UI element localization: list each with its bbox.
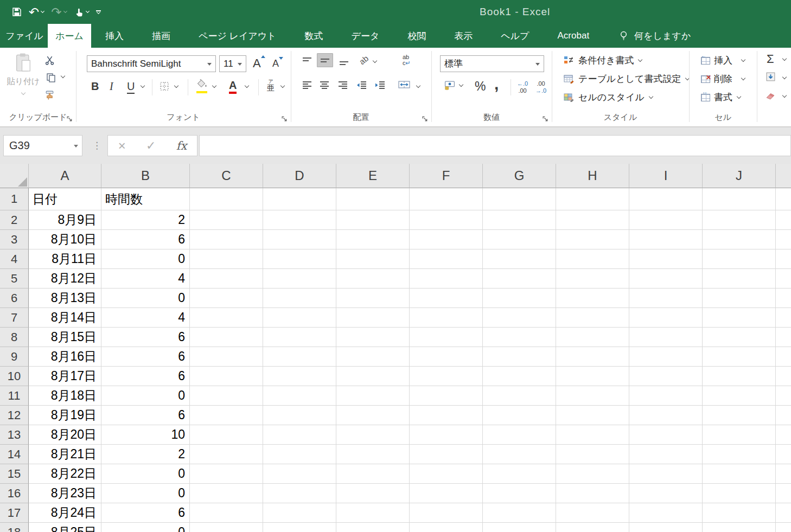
cell-empty[interactable] [703, 523, 776, 532]
cell-date[interactable]: 8月24日 [29, 503, 101, 523]
cell-empty[interactable] [410, 210, 483, 230]
cell-hours[interactable]: 2 [101, 210, 190, 230]
cell-date[interactable]: 8月10日 [29, 230, 101, 249]
cell-empty[interactable] [703, 289, 776, 308]
cell-empty[interactable] [263, 523, 336, 532]
cell-empty[interactable] [703, 308, 776, 328]
cell-empty[interactable] [776, 308, 791, 328]
tab-page-layout[interactable]: ページ レイアウト [184, 24, 291, 48]
cell-styles-button[interactable]: セルのスタイル [564, 91, 653, 104]
cell-empty[interactable] [776, 484, 791, 503]
tab-review[interactable]: 校閲 [393, 24, 440, 48]
cell-empty[interactable] [703, 347, 776, 367]
cell-date[interactable]: 8月20日 [29, 425, 101, 445]
cell-empty[interactable] [629, 484, 703, 503]
cell-empty[interactable] [629, 230, 703, 249]
fill-dropdown-icon[interactable] [782, 75, 787, 79]
cell-empty[interactable] [190, 188, 263, 210]
tab-file[interactable]: ファイル [3, 24, 46, 48]
cell-empty[interactable] [410, 289, 483, 308]
cell-empty[interactable] [556, 367, 629, 386]
cell-empty[interactable] [190, 367, 263, 386]
number-dialog-launcher[interactable] [542, 115, 549, 122]
cell-empty[interactable] [556, 188, 629, 210]
cell-empty[interactable] [190, 210, 263, 230]
borders-dropdown-icon[interactable] [174, 84, 178, 88]
cell-empty[interactable] [776, 503, 791, 523]
underline-button[interactable]: U [127, 80, 135, 94]
row-header[interactable]: 12 [0, 406, 29, 425]
cell-empty[interactable] [410, 367, 483, 386]
row-header[interactable]: 5 [0, 269, 29, 289]
cell-empty[interactable] [776, 425, 791, 445]
decrease-decimal-button[interactable]: .00 →.0 [535, 80, 546, 94]
fill-color-button[interactable] [196, 79, 207, 91]
cell-empty[interactable] [629, 210, 703, 230]
font-dialog-launcher[interactable] [281, 115, 288, 122]
decrease-font-size-button[interactable]: A [272, 58, 279, 69]
cell-hours[interactable]: 2 [101, 445, 190, 464]
copy-dropdown-icon[interactable] [61, 74, 65, 78]
cell-empty[interactable] [410, 269, 483, 289]
cell-empty[interactable] [556, 484, 629, 503]
cell-empty[interactable] [483, 188, 556, 210]
row-header[interactable]: 3 [0, 230, 29, 249]
cell-empty[interactable] [263, 308, 336, 328]
cell-empty[interactable] [336, 503, 410, 523]
select-all-corner[interactable] [0, 164, 29, 188]
cell-empty[interactable] [410, 328, 483, 347]
tab-draw[interactable]: 描画 [138, 24, 184, 48]
row-header[interactable]: 1 [0, 188, 29, 210]
clear-button[interactable] [766, 91, 776, 100]
formula-input[interactable] [199, 135, 791, 156]
cell-empty[interactable] [410, 386, 483, 406]
cell-empty[interactable] [776, 523, 791, 532]
cell-empty[interactable] [190, 445, 263, 464]
cell-empty[interactable] [703, 503, 776, 523]
cell-empty[interactable] [629, 445, 703, 464]
cell-empty[interactable] [336, 386, 410, 406]
cell-empty[interactable] [556, 347, 629, 367]
tab-formulas[interactable]: 数式 [291, 24, 337, 48]
cell-empty[interactable] [263, 464, 336, 484]
cell-hours[interactable]: 6 [101, 328, 190, 347]
copy-button[interactable] [46, 73, 56, 82]
cell-empty[interactable] [483, 464, 556, 484]
cell-empty[interactable] [629, 425, 703, 445]
clear-dropdown-icon[interactable] [782, 93, 787, 98]
cell-empty[interactable] [556, 249, 629, 269]
increase-decimal-button[interactable]: ←.0 .00 [517, 80, 528, 94]
cell-empty[interactable] [190, 406, 263, 425]
cell-empty[interactable] [776, 249, 791, 269]
column-header-i[interactable]: I [629, 164, 703, 188]
cell-empty[interactable] [263, 484, 336, 503]
row-header[interactable]: 15 [0, 464, 29, 484]
cell-empty[interactable] [629, 347, 703, 367]
cell-empty[interactable] [336, 523, 410, 532]
column-header-a[interactable]: A [29, 164, 101, 188]
row-header[interactable]: 6 [0, 289, 29, 308]
column-header-f[interactable]: F [410, 164, 483, 188]
font-name-combo[interactable]: Bahnschrift SemiLight [87, 55, 216, 72]
customize-qat-button[interactable] [96, 10, 101, 14]
row-header[interactable]: 2 [0, 210, 29, 230]
column-header-j[interactable]: J [703, 164, 776, 188]
cell-empty[interactable] [263, 230, 336, 249]
phonetic-dropdown-icon[interactable] [280, 84, 285, 88]
accounting-dropdown-icon[interactable] [459, 82, 463, 87]
cell-empty[interactable] [483, 230, 556, 249]
column-header-b[interactable]: B [101, 164, 190, 188]
cell-empty[interactable] [483, 249, 556, 269]
column-header-e[interactable]: E [336, 164, 410, 188]
clipboard-dialog-launcher[interactable] [66, 115, 73, 122]
cell-empty[interactable] [263, 347, 336, 367]
cell-empty[interactable] [190, 230, 263, 249]
tab-insert[interactable]: 挿入 [91, 24, 138, 48]
cell-date[interactable]: 8月9日 [29, 210, 101, 230]
cell-empty[interactable] [336, 269, 410, 289]
align-middle-button[interactable] [317, 53, 333, 67]
cell-empty[interactable] [190, 249, 263, 269]
cell-empty[interactable] [190, 386, 263, 406]
underline-dropdown-icon[interactable] [141, 84, 145, 88]
cell-empty[interactable] [190, 503, 263, 523]
